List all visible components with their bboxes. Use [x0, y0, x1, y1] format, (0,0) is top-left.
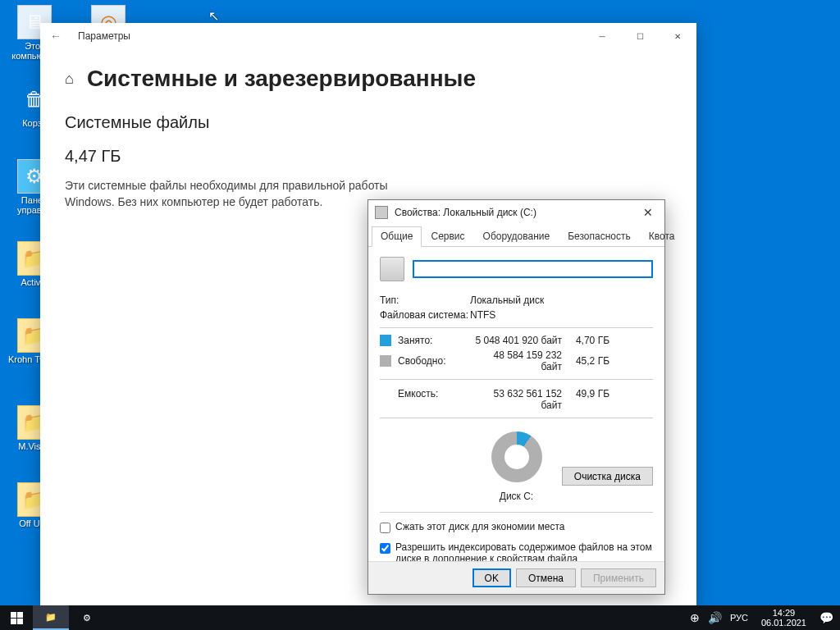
cancel-button[interactable]: Отмена	[516, 568, 576, 587]
drive-icon	[375, 206, 388, 219]
disk-glyph-icon	[380, 257, 404, 281]
folder-icon: 📁	[45, 612, 57, 623]
close-button[interactable]: ✕	[659, 24, 696, 48]
disk-properties-dialog: Свойства: Локальный диск (C:) ✕ Общие Се…	[368, 199, 665, 595]
volume-icon[interactable]: 🔊	[708, 611, 722, 624]
used-gb: 4,70 ГБ	[570, 335, 609, 346]
used-swatch	[380, 335, 391, 346]
free-label: Свободно:	[398, 355, 470, 367]
clock-date: 06.01.2021	[761, 618, 806, 628]
clock-time: 14:29	[761, 608, 806, 618]
type-value: Локальный диск	[470, 294, 544, 306]
tab-security[interactable]: Безопасность	[559, 226, 640, 246]
fs-label: Файловая система:	[380, 309, 470, 321]
settings-window-title: Параметры	[73, 30, 583, 42]
free-swatch	[380, 355, 391, 367]
dialog-title: Свойства: Локальный диск (C:)	[395, 207, 638, 218]
minimize-button[interactable]: ─	[583, 24, 621, 48]
free-gb: 45,2 ГБ	[570, 355, 609, 367]
fs-value: NTFS	[470, 309, 495, 321]
clock[interactable]: 14:29 06.01.2021	[756, 606, 811, 629]
compress-checkbox[interactable]	[380, 523, 390, 533]
free-bytes: 48 584 159 232 байт	[470, 349, 570, 372]
network-icon[interactable]: ⊕	[690, 611, 700, 624]
volume-name-input[interactable]	[413, 260, 653, 278]
disk-cleanup-button[interactable]: Очистка диска	[562, 467, 653, 486]
index-checkbox[interactable]	[380, 543, 390, 554]
start-button[interactable]	[0, 605, 33, 630]
language-indicator[interactable]: РУС	[730, 613, 748, 623]
system-files-size: 4,47 ГБ	[65, 147, 672, 166]
system-files-description: Эти системные файлы необходимы для прави…	[65, 177, 409, 210]
disk-usage-chart	[491, 431, 542, 482]
page-title: Системные и зарезервированные	[87, 66, 476, 92]
capacity-label: Емкость:	[380, 388, 470, 411]
used-label: Занято:	[398, 335, 470, 346]
home-icon[interactable]: ⌂	[65, 71, 74, 88]
dialog-titlebar[interactable]: Свойства: Локальный диск (C:) ✕	[368, 200, 664, 225]
taskbar: 📁 ⚙ ⊕ 🔊 РУС 14:29 06.01.2021 💬	[0, 605, 840, 630]
back-button[interactable]: ←	[50, 30, 73, 43]
taskbar-settings[interactable]: ⚙	[69, 605, 105, 630]
used-bytes: 5 048 401 920 байт	[470, 335, 570, 346]
settings-titlebar[interactable]: ← Параметры ─ ☐ ✕	[40, 23, 696, 49]
taskbar-explorer[interactable]: 📁	[33, 605, 69, 630]
ok-button[interactable]: OK	[472, 568, 511, 587]
apply-button[interactable]: Применить	[581, 568, 656, 587]
disk-chart-label: Диск C:	[380, 491, 653, 502]
type-label: Тип:	[380, 294, 470, 306]
maximize-button[interactable]: ☐	[621, 24, 659, 48]
tab-general[interactable]: Общие	[372, 226, 422, 247]
tab-strip: Общие Сервис Оборудование Безопасность К…	[368, 225, 664, 247]
dialog-close-button[interactable]: ✕	[638, 203, 658, 222]
tab-service[interactable]: Сервис	[422, 226, 473, 246]
tab-quota[interactable]: Квота	[640, 226, 684, 246]
compress-label: Сжать этот диск для экономии места	[395, 521, 564, 532]
section-title: Системные файлы	[65, 113, 672, 132]
windows-logo-icon	[11, 612, 23, 624]
tab-hardware[interactable]: Оборудование	[474, 226, 559, 246]
capacity-bytes: 53 632 561 152 байт	[470, 388, 570, 411]
capacity-gb: 49,9 ГБ	[570, 388, 609, 411]
action-center-icon[interactable]: 💬	[819, 611, 833, 624]
gear-icon: ⚙	[83, 613, 91, 623]
